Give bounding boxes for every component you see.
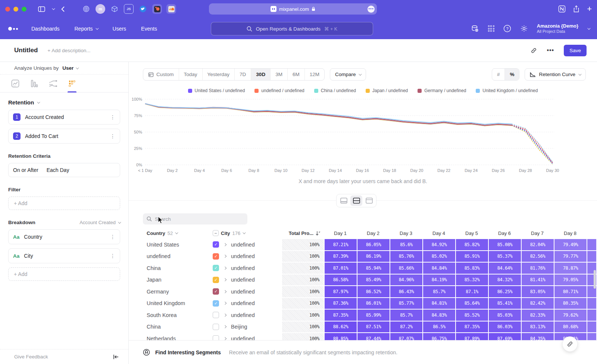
retention-value-cell[interactable]: 79.62%	[554, 310, 587, 321]
mixpanel-logo-icon[interactable]	[8, 27, 18, 31]
country-cell[interactable]: China	[143, 324, 213, 330]
country-column-header[interactable]: Country 52	[143, 230, 213, 236]
city-label[interactable]: undefined	[231, 277, 255, 283]
range-6m[interactable]: 6M	[288, 69, 305, 80]
expand-row-icon[interactable]	[224, 337, 226, 340]
retention-value-cell[interactable]: 85.94%	[357, 263, 390, 274]
tab-insights[interactable]	[11, 75, 19, 92]
soundcloud-icon[interactable]	[166, 4, 176, 14]
city-column-header[interactable]: – City 176	[213, 230, 282, 236]
expand-row-icon[interactable]	[224, 278, 226, 281]
expand-row-icon[interactable]	[224, 325, 226, 328]
day-column-header[interactable]: Day 7	[521, 230, 554, 236]
range-yesterday[interactable]: Yesterday	[203, 69, 235, 80]
retention-value-cell[interactable]: 85.82%	[456, 239, 488, 250]
retention-value-cell[interactable]: 85.32%	[456, 274, 488, 286]
expand-row-icon[interactable]	[224, 267, 226, 270]
legend-item[interactable]: United Kingdom / undefined	[476, 88, 538, 93]
criteria-each-day[interactable]: Each Day	[47, 167, 69, 173]
tab-flows[interactable]	[49, 75, 57, 92]
save-button[interactable]: Save	[564, 45, 587, 56]
city-select-all-checkbox[interactable]: –	[213, 230, 219, 236]
retention-value-cell[interactable]: 85.03%	[489, 310, 521, 321]
retention-value-cell[interactable]: 87.35%	[325, 310, 357, 321]
table-search-input[interactable]	[155, 216, 237, 222]
country-cell[interactable]: Japan	[143, 277, 213, 283]
legend-item[interactable]: Japan / undefined	[366, 88, 408, 93]
retention-value-cell[interactable]: 84.96%	[390, 274, 422, 286]
nav-item-dashboards[interactable]: Dashboards	[31, 26, 60, 32]
range-7d[interactable]: 7D	[235, 69, 251, 80]
retention-value-cell[interactable]: 88.62%	[325, 321, 357, 333]
retention-value-cell[interactable]: 85.91%	[456, 251, 488, 262]
city-label[interactable]: undefined	[231, 242, 255, 248]
breakdown-item-city[interactable]: AaCity⋮	[8, 248, 120, 263]
logseq-icon[interactable]	[152, 4, 162, 14]
retention-value-cell[interactable]: 86.58%	[325, 274, 357, 286]
retention-value-cell[interactable]: 85.76%	[390, 251, 422, 262]
city-label[interactable]: undefined	[231, 289, 255, 295]
retention-value-cell[interactable]: 85.7%	[423, 286, 455, 297]
chart-type-dropdown[interactable]: Retention Curve	[525, 68, 586, 81]
m-avatar-icon[interactable]: m	[96, 4, 105, 14]
city-label[interactable]: Beijing	[231, 324, 247, 330]
city-label[interactable]: undefined	[231, 300, 255, 306]
retention-value-cell[interactable]: 83.13%	[522, 321, 554, 333]
row-checkbox[interactable]: ✓	[213, 241, 219, 248]
step-menu-icon[interactable]: ⋮	[110, 114, 115, 120]
criteria-on-or-after[interactable]: On or After	[13, 167, 38, 173]
address-bar[interactable]: mixpanel.com •••	[209, 3, 377, 15]
retention-value-cell[interactable]: 87.51%	[357, 321, 390, 333]
breakdown-add-button[interactable]: + Add	[8, 267, 120, 281]
row-checkbox[interactable]	[213, 312, 219, 318]
criteria-card[interactable]: On or After Each Day	[8, 163, 120, 177]
sidebar-toggle-icon[interactable]	[38, 6, 45, 12]
give-feedback-link[interactable]: Give Feedback	[14, 354, 48, 360]
range-12m[interactable]: 12M	[305, 69, 324, 80]
row-checkbox[interactable]: ✓	[213, 288, 219, 295]
js-icon[interactable]: JS	[124, 4, 134, 14]
retention-value-cell[interactable]: 80.68%	[554, 321, 587, 333]
total-column-header[interactable]: Total Pro...	[282, 230, 324, 236]
unit-absolute-toggle[interactable]: #	[492, 69, 505, 80]
retention-value-cell[interactable]: 82.42%	[522, 298, 554, 309]
report-title[interactable]: Untitled	[14, 47, 38, 54]
retention-value-cell[interactable]: 85.99%	[357, 310, 390, 321]
zoom-window-button[interactable]	[22, 7, 26, 12]
day-column-header[interactable]: Day 8	[554, 230, 587, 236]
nav-item-events[interactable]: Events	[141, 26, 157, 32]
retention-value-cell[interactable]: 86.25%	[489, 286, 521, 297]
project-switcher[interactable]: Amazonia {Demo} All Project Data	[537, 23, 578, 34]
range-30d[interactable]: 30D	[251, 69, 271, 80]
bird-icon[interactable]	[138, 4, 148, 14]
expand-row-icon[interactable]	[224, 255, 226, 258]
unit-percent-toggle[interactable]: %	[505, 69, 519, 80]
day-column-header[interactable]: Day 4	[422, 230, 455, 236]
city-label[interactable]: undefined	[231, 253, 255, 259]
more-options-icon[interactable]: •••	[547, 47, 554, 54]
retention-value-cell[interactable]: 85.49%	[357, 274, 390, 286]
row-checkbox[interactable]: ✓	[213, 300, 219, 307]
range-today[interactable]: Today	[179, 69, 203, 80]
retention-value-cell[interactable]: 85.41%	[489, 298, 521, 309]
retention-value-cell[interactable]: 86.19%	[357, 251, 390, 262]
retention-value-cell[interactable]: 84.84%	[423, 263, 455, 274]
day-column-header[interactable]: Day 1	[324, 230, 357, 236]
step-menu-icon[interactable]: ⋮	[110, 133, 115, 139]
minimize-window-button[interactable]	[13, 7, 18, 12]
retention-value-cell[interactable]: 84.32%	[489, 274, 521, 286]
retention-value-cell[interactable]: 80.35%	[554, 298, 587, 309]
breakdown-property-label[interactable]: City	[24, 253, 33, 259]
retention-value-cell[interactable]: 85.77%	[390, 298, 422, 309]
retention-value-cell[interactable]: 87.21%	[325, 239, 357, 250]
expand-row-icon[interactable]	[224, 290, 226, 293]
new-tab-icon[interactable]: +	[587, 4, 592, 14]
retention-chart[interactable]: 0%25%50%75%100%< 1 DayDay 2Day 4Day 6Day…	[129, 95, 597, 175]
expand-row-icon[interactable]	[224, 314, 226, 317]
retention-step-1[interactable]: 1Account Created⋮	[8, 110, 120, 125]
collapse-sidebar-icon[interactable]	[113, 354, 119, 360]
retention-value-cell[interactable]: 85.37%	[489, 251, 521, 262]
breakdown-property-label[interactable]: Country	[24, 234, 42, 240]
retention-value-cell[interactable]: 85.66%	[390, 263, 422, 274]
retention-value-cell[interactable]: 87.39%	[325, 251, 357, 262]
